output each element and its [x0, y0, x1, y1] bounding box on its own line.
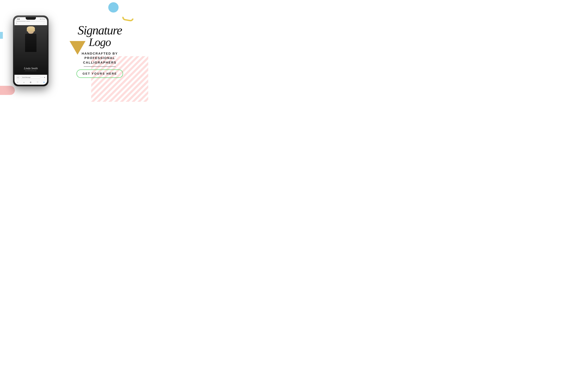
person-shape	[25, 26, 36, 52]
ig-nav-add[interactable]: ⊕	[30, 81, 31, 84]
deco-circle-blue	[108, 2, 119, 13]
wifi-icon: 〜	[42, 18, 43, 20]
ig-nav-home[interactable]: ⌂	[17, 81, 18, 84]
phone-mockup: 3:15 ▪▪▪▪ 〜 ▭	[13, 16, 48, 86]
ig-nav-search[interactable]: ⌕	[23, 81, 25, 84]
signature-logo-heading: Signature Logo	[78, 24, 122, 48]
phone-notch	[26, 17, 36, 20]
person-body	[25, 34, 36, 52]
battery-icon: ▭	[43, 18, 44, 20]
ig-send-button[interactable]: ➤	[44, 76, 45, 78]
ig-nav: ⌂ ⌕ ⊕ ♡	[14, 80, 47, 85]
content-section: Signature Logo HANDCRAFTED BY PROFESSION…	[55, 19, 148, 82]
ig-nav-heart[interactable]: ♡	[37, 81, 38, 84]
signal-icon: ▪▪▪▪	[40, 18, 42, 20]
status-time: 3:15	[17, 18, 20, 20]
ig-emoji-button[interactable]: ⋯	[41, 76, 43, 78]
ig-message-input[interactable]: Send Message	[21, 76, 41, 79]
signature-title: ENTERPRENEUR	[14, 70, 47, 71]
camera-icon: ⊙	[17, 76, 19, 78]
handcrafted-text: HANDCRAFTED BY PROFESSIONAL CALLIGRAPHER…	[82, 51, 118, 65]
signature-name: Linda Smith	[14, 67, 47, 70]
phone-screen: 3:15 ▪▪▪▪ 〜 ▭	[14, 17, 47, 85]
phone-section: 3:15 ▪▪▪▪ 〜 ▭	[7, 16, 55, 86]
title-line1: Signature	[78, 24, 122, 36]
title-line2: Logo	[78, 36, 122, 48]
underline-divider	[84, 66, 116, 67]
deco-blue-rect	[0, 32, 3, 39]
page-container: 3:15 ▪▪▪▪ 〜 ▭	[0, 0, 148, 102]
ig-back-button[interactable]: ‹	[16, 22, 17, 24]
ig-nav-profile[interactable]	[43, 82, 44, 83]
person-head	[28, 26, 34, 34]
cta-button[interactable]: GET YOURS HERE	[76, 70, 123, 78]
ig-post-image: Linda Smith ENTERPRENEUR	[14, 25, 47, 75]
ig-message-placeholder: Send Message	[22, 77, 30, 78]
handcrafted-line2: PROFESSIONAL	[82, 56, 118, 60]
ig-camera-button[interactable]: ⊙	[16, 76, 20, 79]
status-icons: ▪▪▪▪ 〜 ▭	[40, 18, 44, 20]
story-progress	[14, 21, 47, 21]
handcrafted-line1: HANDCRAFTED BY	[82, 51, 118, 56]
ig-more-button[interactable]: ···	[43, 22, 45, 24]
ig-actions: ⊙ Send Message ⋯ ➤	[14, 75, 47, 80]
handcrafted-line3: CALLIGRAPHERS	[82, 60, 118, 65]
signature-overlay: Linda Smith ENTERPRENEUR	[14, 67, 47, 71]
ig-top-bar: ‹ ···	[14, 21, 47, 25]
ig-nav-dot	[43, 82, 44, 83]
person-hair	[27, 26, 35, 31]
deco-pink-blob	[0, 86, 15, 95]
